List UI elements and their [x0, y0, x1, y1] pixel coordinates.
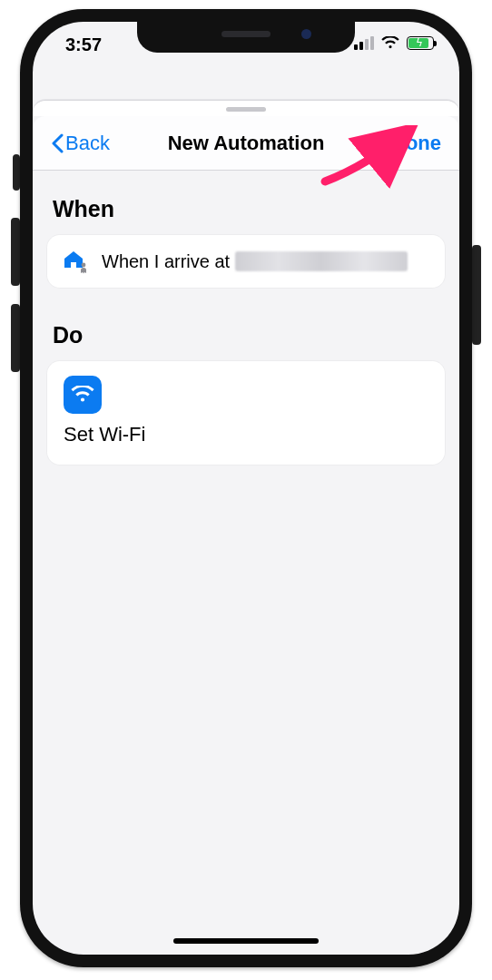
vol-down: [11, 304, 20, 372]
wifi-app-icon: [64, 376, 102, 414]
sheet-grabber[interactable]: [33, 100, 459, 116]
location-redacted: [235, 251, 408, 271]
do-heading: Do: [53, 322, 459, 348]
when-card[interactable]: When I arrive at: [47, 235, 445, 288]
content: When When I arrive at: [33, 171, 459, 955]
nav-bar: Back New Automation Done: [33, 116, 459, 171]
battery-icon: ϟ: [407, 36, 434, 50]
side-button: [472, 245, 481, 345]
arrive-home-icon: [62, 248, 89, 275]
do-card[interactable]: Set Wi-Fi: [47, 361, 445, 465]
back-button[interactable]: Back: [51, 132, 110, 155]
vol-up: [11, 218, 20, 286]
cell-signal-icon: [354, 36, 374, 50]
screen: 3:57 ϟ Back New Automation Done: [33, 22, 459, 955]
do-action-label: Set Wi-Fi: [64, 423, 428, 446]
chevron-left-icon: [51, 133, 64, 153]
when-heading: When: [53, 196, 459, 222]
home-indicator[interactable]: [173, 938, 319, 944]
phone-frame: 3:57 ϟ Back New Automation Done: [20, 9, 472, 967]
done-button[interactable]: Done: [391, 132, 441, 155]
back-label: Back: [65, 132, 110, 155]
wifi-icon: [381, 36, 399, 50]
svg-point-0: [82, 263, 86, 268]
status-time: 3:57: [65, 34, 102, 55]
notch: [137, 22, 355, 53]
mute-switch: [13, 154, 20, 191]
when-prefix: When I arrive at: [102, 251, 230, 272]
